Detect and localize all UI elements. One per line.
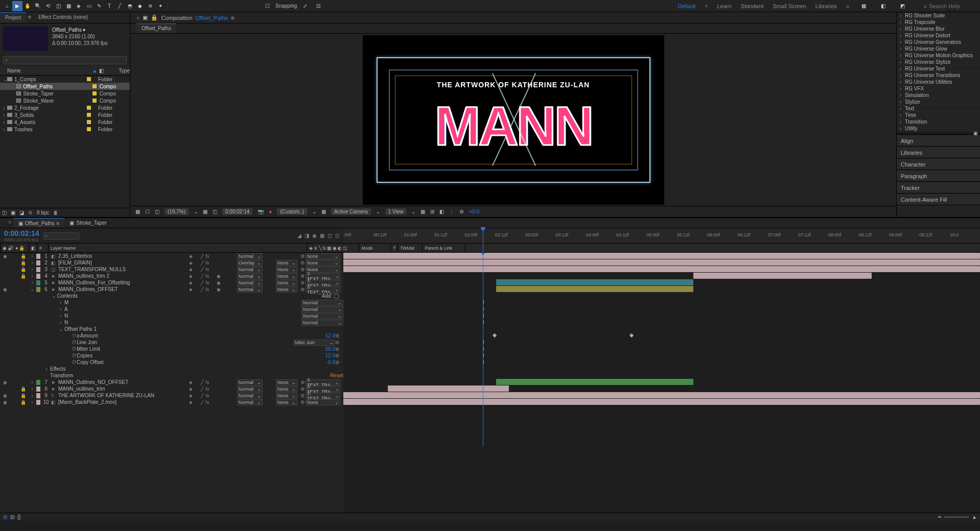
timeline-layer[interactable]: 🔒›3◫TEXT_TRANSFORM_NULLS◈╱fxNormal⌄None⌄… [0,266,343,273]
workspace-overflow-icon[interactable]: » [846,3,849,9]
composition-viewer[interactable]: THE ARTWORK OF KATHERINE ZU-LAN MANN [130,34,896,206]
camera-tool-icon[interactable]: ▦ [63,1,74,11]
comp-panel-menu-icon[interactable]: ≡ [231,15,234,21]
selection-tool-icon[interactable]: ▶ [12,1,22,11]
project-item[interactable]: ›2_FootageFolder [0,104,130,111]
col-type-header[interactable]: Type [106,68,130,74]
project-item[interactable]: Stroke_TaperCompo [0,90,130,97]
toggle-brain-icon[interactable]: {} [17,514,21,520]
effect-category[interactable]: ›RG Trapcode [897,19,980,26]
zoom-dropdown[interactable]: (19.7%) [165,208,189,215]
timeline-track[interactable] [343,253,980,259]
effect-controls-tab[interactable]: Effect Controls (none) [33,12,93,23]
search-help-input[interactable] [929,3,975,9]
exposure-value[interactable]: +0.0 [469,209,479,214]
roi-icon[interactable]: ◫ [213,209,217,214]
workspace-standard-tab[interactable]: Standard [741,3,764,9]
switches-col-header[interactable]: ◈※╲fx▦◉◐◫ [307,244,359,252]
workspace-smallscreen-tab[interactable]: Small Screen [773,3,806,9]
comp-thumbnail[interactable] [3,27,48,51]
timeline-tracks[interactable] [343,253,980,513]
brush-tool-icon[interactable]: ╱ [114,1,125,11]
timeline-layer[interactable]: ›5★MANN_Outlines_For_Offsetting◈╱fx◉Norm… [0,279,343,286]
composition-canvas[interactable]: THE ARTWORK OF KATHERINE ZU-LAN MANN [363,35,664,205]
effect-category[interactable]: ›Text [897,105,980,112]
orbit-tool-icon[interactable]: ⟲ [43,1,53,11]
viewer-pixel-icon[interactable]: ◧ [439,209,444,214]
comp-subtab[interactable]: Offset_Paths [136,23,176,33]
new-comp-icon[interactable]: ◪ [19,210,24,215]
timeline-track[interactable] [343,366,980,372]
timeline-track[interactable] [343,306,980,312]
property-row[interactable]: ⌄ContentsAdd: ◯ [0,293,343,299]
comp-name-link[interactable]: Offset_Paths [196,15,228,21]
top-icon-3[interactable]: ◩ [897,1,907,11]
effect-category[interactable]: ›RG Universe Motion Graphics [897,52,980,59]
home-icon[interactable]: ⌂ [2,1,12,11]
effect-category[interactable]: ›RG Shooter Suite [897,12,980,19]
fast-preview-icon[interactable]: ▦ [321,209,326,214]
viewer-grid-icon[interactable]: ▦ [135,209,140,214]
property-row[interactable]: ⏱ Miter Limit58.0⊚ [0,346,343,352]
trash-icon[interactable]: 🗑 [53,210,58,215]
effect-category[interactable]: ›RG Universe Text [897,65,980,72]
effect-category[interactable]: ›Transition [897,118,980,125]
property-row[interactable]: TransformReset [0,372,343,379]
av-features-header[interactable]: ◉🔊 ●🔒 [0,244,29,252]
viewer-grid2-icon[interactable]: ⊞ [430,209,434,214]
new-folder-icon[interactable]: ▣ [11,210,15,215]
tl-collapse-icon[interactable]: ◨ [305,233,309,238]
timeline-layer[interactable]: ◉⌄6★MANN_Outlines_OFFSET◈╱fx◉Normal⌄None… [0,286,343,293]
interpret-footage-icon[interactable]: ◫ [2,210,7,215]
timeline-layer[interactable]: ◉🔒›10◧[Mann_BackPlate_2.mov]◈╱fxNormal⌄N… [0,399,343,405]
layername-col-header[interactable]: Layer Name [48,244,307,252]
t-col-header[interactable]: T [390,244,398,252]
timeline-track[interactable] [343,266,980,273]
clone-tool-icon[interactable]: ◓ [125,1,135,11]
tl-motion-blur-icon[interactable]: ◉ [312,233,317,238]
type-tool-icon[interactable]: T [104,1,114,11]
workspace-learn-tab[interactable]: Learn [717,3,731,9]
num-col-header[interactable]: # [37,244,48,252]
timeline-track[interactable] [343,319,980,326]
zoom-in-icon[interactable]: ▲ [972,514,977,520]
project-item[interactable]: Stroke_WaveCompo [0,97,130,104]
camera-dropdown[interactable]: Active Camera [331,208,371,215]
right-panel-heading[interactable]: Paragraph [897,171,980,182]
bpc-label[interactable]: 8 bpc [37,210,49,215]
effect-category[interactable]: ›RG Universe Glow [897,45,980,52]
timeline-timecode[interactable]: 0:00:02:14 [4,229,39,237]
timeline-track[interactable] [343,399,980,405]
timeline-layer[interactable]: ◉🔒›9TTHE ARTWORK OF KATHERINE ZU-LAN◈╱fx… [0,392,343,399]
pen-tool-icon[interactable]: ✎ [94,1,104,11]
bit-depth-toggle[interactable]: ⚙ [28,210,33,215]
snapshot-icon[interactable]: 📷 [258,209,264,214]
timeline-track[interactable] [343,293,980,299]
timeline-track[interactable] [343,326,980,332]
timeline-track[interactable] [343,279,980,286]
zoom-tool-icon[interactable]: 🔍 [33,1,43,11]
timeline-layer[interactable]: ◉›7★MANN_Outlines_NO_OFFSET◈╱fxNormal⌄No… [0,379,343,385]
effect-category[interactable]: ›Utility [897,125,980,132]
timeline-track[interactable] [343,332,980,339]
effect-category[interactable]: ›RG Universe Generators [897,39,980,45]
timeline-tab-2[interactable]: ▣ Stroke_Taper [64,218,111,228]
roto-tool-icon[interactable]: ≋ [145,1,155,11]
viewer-time-display[interactable]: 0:00:02:14 [222,208,252,215]
panel-menu-icon[interactable]: ▣ [973,131,978,136]
effect-category[interactable]: ›RG Universe Blur [897,26,980,32]
col-name-header[interactable]: Name [0,68,88,74]
timeline-tab-active[interactable]: ▣ Offset_Paths ≡ [13,218,64,228]
timeline-layer[interactable]: 🔒›2◧[FILM_GRAIN]◈╱fxOverlay⌄None⌄⊚None⌄ [0,259,343,266]
timeline-track[interactable] [343,299,980,306]
project-item[interactable]: ›4_AssetsFolder [0,118,130,126]
exposure-reset-icon[interactable]: ⚙ [459,209,464,214]
pan-behind-tool-icon[interactable]: ◈ [74,1,84,11]
timeline-layer[interactable]: 🔒›8★MANN_outlines_trim◈╱fxNormal⌄None⌄⊚3… [0,385,343,392]
comp-title[interactable]: Offset_Paths ▾ [52,27,107,33]
right-panel-heading[interactable]: Libraries [897,147,980,158]
timeline-track[interactable] [343,259,980,266]
project-panel-menu-icon[interactable]: ≡ [26,12,33,23]
timeline-track[interactable] [343,385,980,392]
parent-col-header[interactable]: Parent & Link [422,244,465,252]
